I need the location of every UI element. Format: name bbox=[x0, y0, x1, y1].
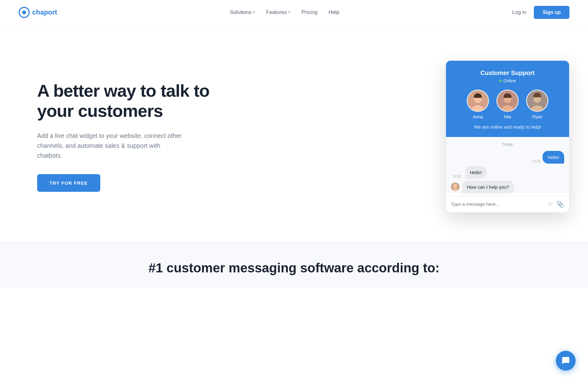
agent-list: Anna Mia bbox=[453, 90, 562, 119]
chat-tagline: We are online and ready to help! bbox=[453, 124, 562, 130]
bottom-section: #1 customer messaging software according… bbox=[0, 242, 588, 288]
svg-point-12 bbox=[453, 184, 457, 188]
agent-mia-avatar bbox=[496, 90, 519, 112]
features-chevron: ▾ bbox=[288, 10, 290, 14]
logo-text: chaport bbox=[32, 8, 57, 16]
agent-mia: Mia bbox=[496, 90, 519, 119]
hero-subtext: Add a live chat widget to your website, … bbox=[37, 131, 186, 161]
nav-item-solutions[interactable]: Solutions ▾ bbox=[230, 9, 255, 15]
bubble-recv-1: Hello! bbox=[465, 166, 487, 179]
hero-left: A better way to talk to your customers A… bbox=[37, 81, 210, 192]
chat-widget-header: Customer Support Online An bbox=[446, 61, 569, 137]
features-label: Features bbox=[266, 9, 287, 15]
agent-anna-avatar bbox=[467, 90, 489, 112]
logo-icon bbox=[19, 7, 30, 18]
message-sent: 10:01 Hello! bbox=[451, 151, 564, 164]
recv-avatar bbox=[451, 183, 460, 191]
svg-point-1 bbox=[22, 10, 26, 14]
hero-heading: A better way to talk to your customers bbox=[37, 81, 210, 121]
chat-widget-status: Online bbox=[453, 78, 562, 83]
message-recv-1: 10:02 Hello! How can I help you? bbox=[451, 166, 564, 193]
solutions-label: Solutions bbox=[230, 9, 252, 15]
nav-item-pricing[interactable]: Pricing bbox=[301, 9, 318, 15]
msg-time-2: 10:02 bbox=[453, 174, 461, 178]
help-label: Help bbox=[329, 9, 339, 15]
hero-section: A better way to talk to your customers A… bbox=[0, 25, 588, 242]
agent-ryan-avatar bbox=[526, 90, 548, 112]
agent-anna-name: Anna bbox=[473, 114, 483, 119]
agent-mia-name: Mia bbox=[504, 114, 511, 119]
status-text: Online bbox=[504, 78, 516, 83]
bubble-sent: Hello! bbox=[543, 151, 564, 164]
bottom-heading: #1 customer messaging software according… bbox=[19, 261, 569, 275]
online-dot bbox=[499, 80, 502, 82]
pricing-label: Pricing bbox=[301, 9, 318, 15]
agent-ryan: Ryan bbox=[526, 90, 548, 119]
nav-item-features[interactable]: Features ▾ bbox=[266, 9, 290, 15]
chat-widget-title: Customer Support bbox=[453, 69, 562, 77]
bubble-recv-2: How can I help you? bbox=[462, 181, 514, 193]
solutions-chevron: ▾ bbox=[253, 10, 255, 14]
msg-time-1: 10:01 bbox=[532, 159, 541, 163]
chat-input-area: ☺ 📎 bbox=[446, 196, 569, 212]
chat-widget-preview: Customer Support Online An bbox=[446, 60, 569, 213]
nav-actions: Log in Sign up bbox=[512, 6, 569, 19]
agent-ryan-name: Ryan bbox=[532, 114, 543, 119]
attachment-icon[interactable]: 📎 bbox=[556, 200, 564, 208]
chat-message-input[interactable] bbox=[451, 201, 544, 207]
try-for-free-button[interactable]: TRY FOR FREE bbox=[37, 174, 100, 192]
agent-anna: Anna bbox=[467, 90, 489, 119]
logo-link[interactable]: chaport bbox=[19, 7, 57, 18]
nav-links: Solutions ▾ Features ▾ Pricing Help bbox=[230, 9, 339, 15]
emoji-icon[interactable]: ☺ bbox=[547, 200, 553, 208]
chat-body: Today 10:01 Hello! 10:02 Hello! bbox=[446, 137, 569, 193]
navbar: chaport Solutions ▾ Features ▾ Pricing H… bbox=[0, 0, 588, 25]
chat-date: Today bbox=[451, 142, 564, 147]
login-link[interactable]: Log in bbox=[512, 9, 526, 15]
nav-item-help[interactable]: Help bbox=[329, 9, 339, 15]
signup-button[interactable]: Sign up bbox=[534, 6, 569, 19]
